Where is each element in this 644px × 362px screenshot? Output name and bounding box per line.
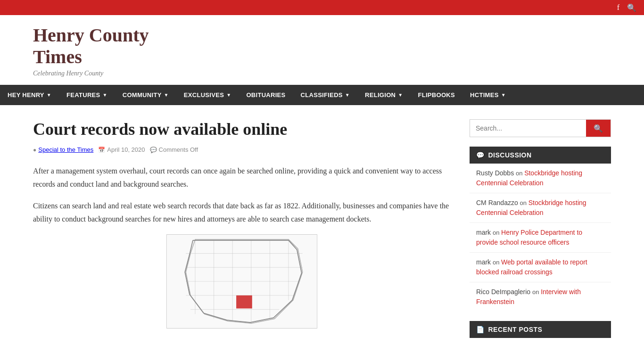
article-meta: ● Special to the Times 📅 April 10, 2020 …: [33, 146, 451, 153]
chevron-down-icon: ▼: [398, 92, 403, 98]
user-icon: ●: [33, 147, 36, 153]
main-nav: HEY HENRY ▼ FEATURES ▼ COMMUNITY ▼ EXCLU…: [0, 85, 644, 105]
site-tagline: Celebrating Henry County: [33, 70, 611, 77]
commenter-name-4: mark: [476, 258, 491, 266]
discussion-item-5: Rico DeImpaglerio on Interview with Fran…: [470, 282, 611, 312]
top-bar: f 🔍: [0, 0, 644, 15]
calendar-icon: 📅: [98, 147, 105, 153]
author-link[interactable]: Special to the Times: [38, 146, 93, 153]
commenter-name-5: Rico DeImpaglerio: [476, 288, 530, 296]
discussion-item-2: CM Randazzo on Stockbridge hosting Cente…: [470, 193, 611, 223]
chevron-down-icon: ▼: [501, 92, 506, 98]
nav-item-exclusives[interactable]: EXCLUSIVES ▼: [176, 85, 239, 105]
comments-meta: 💬 Comments Off: [150, 146, 198, 153]
site-title[interactable]: Henry County Times: [33, 25, 611, 68]
discussion-link-3[interactable]: Henry Police Department to provide schoo…: [476, 229, 582, 246]
facebook-icon[interactable]: f: [617, 3, 619, 12]
site-header: Henry County Times Celebrating Henry Cou…: [0, 15, 644, 85]
nav-item-community[interactable]: COMMUNITY ▼: [115, 85, 176, 105]
main-content: Court records now available online ● Spe…: [33, 119, 451, 347]
article-image: [33, 234, 451, 329]
georgia-map-svg: [166, 234, 317, 329]
svg-rect-13: [236, 296, 252, 309]
discussion-item-4: mark on Web portal available to report b…: [470, 253, 611, 282]
comment-icon: 💬: [150, 147, 157, 153]
chevron-down-icon: ▼: [226, 92, 231, 98]
chevron-down-icon: ▼: [345, 92, 350, 98]
date-meta: 📅 April 10, 2020: [98, 146, 145, 153]
nav-item-obituaries[interactable]: OBITUARIES: [239, 85, 293, 105]
search-button[interactable]: 🔍: [586, 120, 611, 137]
nav-item-hctimes[interactable]: HCTIMES ▼: [462, 85, 513, 105]
article-paragraph-1: After a management system overhaul, cour…: [33, 165, 451, 191]
nav-item-classifieds[interactable]: CLASSIFIEDS ▼: [293, 85, 357, 105]
comment-bubble-icon: 💬: [476, 151, 485, 159]
sidebar: 🔍 💬 DISCUSSION Rusty Dobbs on Stockbridg…: [470, 119, 611, 347]
nav-item-hey-henry[interactable]: HEY HENRY ▼: [0, 85, 59, 105]
search-icon[interactable]: 🔍: [627, 3, 636, 12]
document-icon: 📄: [476, 326, 485, 333]
page-container: Court records now available online ● Spe…: [0, 105, 644, 362]
nav-item-flipbooks[interactable]: FLIPBOOKS: [410, 85, 462, 105]
discussion-section: 💬 DISCUSSION Rusty Dobbs on Stockbridge …: [470, 147, 611, 312]
nav-item-features[interactable]: FEATURES ▼: [59, 85, 115, 105]
search-widget: 🔍: [470, 119, 611, 137]
nav-item-religion[interactable]: RELIGION ▼: [357, 85, 410, 105]
chevron-down-icon: ▼: [47, 92, 51, 98]
commenter-name-3: mark: [476, 229, 491, 236]
search-input[interactable]: [470, 120, 586, 137]
commenter-name-2: CM Randazzo: [476, 199, 518, 206]
recent-posts-section: 📄 RECENT POSTS: [470, 321, 611, 338]
article-body: After a management system overhaul, cour…: [33, 165, 451, 226]
discussion-item-3: mark on Henry Police Department to provi…: [470, 223, 611, 253]
discussion-item-1: Rusty Dobbs on Stockbridge hosting Cente…: [470, 164, 611, 193]
article-paragraph-2: Citizens can search land and real estate…: [33, 199, 451, 226]
author-meta: ● Special to the Times: [33, 146, 93, 153]
article-title: Court records now available online: [33, 119, 451, 140]
chevron-down-icon: ▼: [164, 92, 169, 98]
recent-posts-header: 📄 RECENT POSTS: [470, 321, 611, 338]
chevron-down-icon: ▼: [103, 92, 107, 98]
discussion-header: 💬 DISCUSSION: [470, 147, 611, 164]
commenter-name-1: Rusty Dobbs: [476, 169, 514, 177]
